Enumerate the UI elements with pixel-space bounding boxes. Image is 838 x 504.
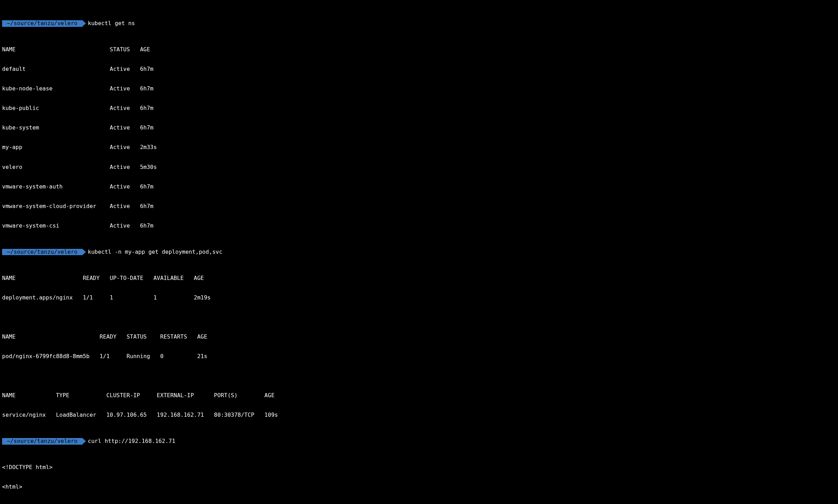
- ns-header: NAME STATUS AGE: [2, 46, 836, 53]
- prompt-path: ~/source/tanzu/velero: [2, 20, 82, 27]
- prompt-path: ~/source/tanzu/velero: [2, 249, 82, 255]
- dep-row: deployment.apps/nginx 1/1 1 1 2m19s: [2, 295, 836, 301]
- ns-row: kube-public Active 6h7m: [2, 105, 836, 112]
- ns-row: kube-node-lease Active 6h7m: [2, 86, 836, 92]
- ns-row: vmware-system-cloud-provider Active 6h7m: [2, 203, 836, 210]
- blank-line: [2, 373, 836, 379]
- terminal[interactable]: ~/source/tanzu/velero kubectl get ns NAM…: [0, 0, 838, 504]
- ns-row: vmware-system-auth Active 6h7m: [2, 184, 836, 190]
- prompt-line-2: ~/source/tanzu/velero kubectl -n my-app …: [2, 249, 836, 255]
- svc-row: service/nginx LoadBalancer 10.97.106.65 …: [2, 412, 836, 418]
- ns-row: kube-system Active 6h7m: [2, 125, 836, 131]
- command-1: kubectl get ns: [88, 20, 135, 27]
- curl-output-line: <html>: [2, 484, 836, 490]
- pod-header: NAME READY STATUS RESTARTS AGE: [2, 334, 836, 340]
- prompt-line-1: ~/source/tanzu/velero kubectl get ns: [2, 20, 836, 27]
- ns-row: vmware-system-csi Active 6h7m: [2, 223, 836, 229]
- dep-header: NAME READY UP-TO-DATE AVAILABLE AGE: [2, 275, 836, 282]
- prompt-path: ~/source/tanzu/velero: [2, 438, 82, 445]
- curl-output-line: <!DOCTYPE html>: [2, 464, 836, 471]
- ns-row: default Active 6h7m: [2, 66, 836, 73]
- prompt-line-3: ~/source/tanzu/velero curl http://192.16…: [2, 438, 836, 445]
- command-3: curl http://192.168.162.71: [88, 438, 175, 445]
- pod-row: pod/nginx-6799fc88d8-8mm5b 1/1 Running 0…: [2, 353, 836, 360]
- ns-row: my-app Active 2m33s: [2, 144, 836, 151]
- svc-header: NAME TYPE CLUSTER-IP EXTERNAL-IP PORT(S)…: [2, 392, 836, 399]
- ns-row: velero Active 5m30s: [2, 164, 836, 171]
- blank-line: [2, 314, 836, 321]
- command-2: kubectl -n my-app get deployment,pod,svc: [88, 249, 222, 255]
